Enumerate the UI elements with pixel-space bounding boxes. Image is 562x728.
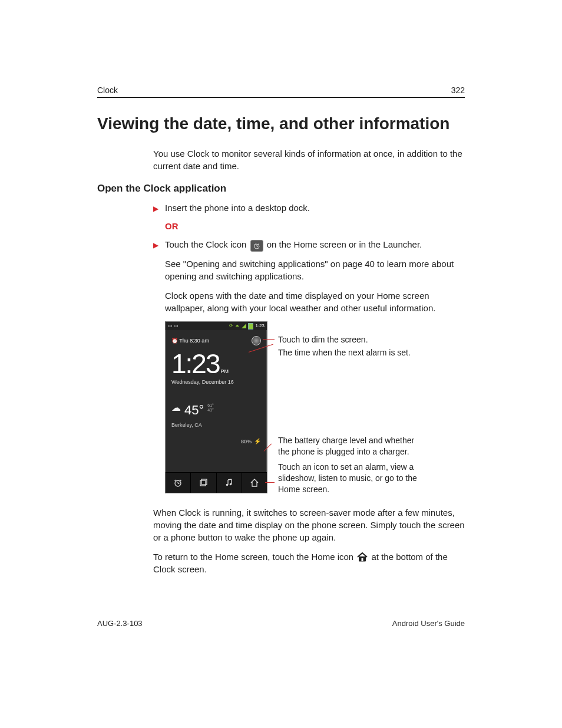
step-1-text: Insert the phone into a desktop dock. xyxy=(165,203,310,213)
plug-icon: ⚡ xyxy=(254,437,261,446)
status-right-icons: ⟳ ⏶ 1:23 xyxy=(229,322,265,329)
clock-ampm: PM xyxy=(221,368,229,374)
intro-paragraph: You use Clock to monitor several kinds o… xyxy=(153,147,465,172)
clock-date: Wednesday, December 16 xyxy=(166,377,267,394)
alarm-icon: ⏰ xyxy=(171,338,178,344)
battery-level-row: 80% ⚡ xyxy=(166,437,267,448)
callout-next-alarm: The time when the next alarm is set. xyxy=(278,347,411,358)
next-alarm-row: ⏰ Thu 8:30 am xyxy=(171,337,209,345)
running-header: Clock 322 xyxy=(97,85,465,98)
weather-lo: 43° xyxy=(207,408,214,412)
or-separator: OR xyxy=(165,220,465,232)
leader-line xyxy=(263,339,275,340)
weather-city: Berkeley, CA xyxy=(166,419,267,437)
callout-battery: The battery charge level and whether the… xyxy=(278,435,425,457)
clock-big-time: 1:23 xyxy=(171,348,220,379)
status-time: 1:23 xyxy=(255,322,265,329)
svg-point-4 xyxy=(226,484,228,486)
home-icon xyxy=(357,552,368,562)
weather-hi: 61° xyxy=(207,403,214,407)
weather-row: ☁ 45° 61° 43° xyxy=(166,394,267,420)
page-footer: AUG-2.3-103 Android User's Guide xyxy=(97,619,465,628)
footer-left: AUG-2.3-103 xyxy=(97,619,143,628)
return-home-pre: To return to the Home screen, touch the … xyxy=(153,552,356,562)
callout-bottom-icons: Touch an icon to set an alarm, view a sl… xyxy=(278,462,425,495)
status-bar: ▭ ▭ ⟳ ⏶ 1:23 xyxy=(166,322,267,330)
sync-icon: ⟳ xyxy=(229,322,233,329)
dim-screen-button[interactable] xyxy=(252,336,261,345)
battery-icon xyxy=(248,323,253,330)
header-page-number: 322 xyxy=(451,85,465,95)
signal-icon xyxy=(242,324,246,328)
music-button[interactable] xyxy=(217,473,242,493)
battery-percent: 80% xyxy=(241,438,252,446)
clock-bottom-bar xyxy=(166,472,267,493)
alarm-button[interactable] xyxy=(166,473,191,493)
paragraph-screen-saver: When Clock is running, it switches to sc… xyxy=(153,506,465,543)
home-button[interactable] xyxy=(242,473,267,493)
footer-right: Android User's Guide xyxy=(392,619,465,628)
svg-point-5 xyxy=(229,483,232,486)
status-left-icons: ▭ ▭ xyxy=(168,322,178,329)
phone-mockup: ▭ ▭ ⟳ ⏶ 1:23 ⏰ Thu 8:30 am xyxy=(165,321,267,493)
wifi-icon: ⏶ xyxy=(235,322,240,329)
paragraph-clock-opens: Clock opens with the date and time displ… xyxy=(165,289,465,314)
svg-rect-6 xyxy=(362,558,363,561)
clock-screenshot-figure: ▭ ▭ ⟳ ⏶ 1:23 ⏰ Thu 8:30 am xyxy=(165,321,465,498)
next-alarm-label: Thu 8:30 am xyxy=(179,338,209,344)
slideshow-button[interactable] xyxy=(191,473,216,493)
page-title: Viewing the date, time, and other inform… xyxy=(97,114,465,133)
callout-dim-screen: Touch to dim the screen. xyxy=(278,334,368,345)
step-1: ▶ Insert the phone into a desktop dock. xyxy=(153,202,465,214)
clock-app-icon xyxy=(250,240,263,252)
bullet-triangle-icon: ▶ xyxy=(153,204,158,214)
section-heading-open-clock: Open the Clock application xyxy=(97,183,465,195)
step-2: ▶ Touch the Clock icon on the Home scree… xyxy=(153,238,465,252)
weather-icon: ☁ xyxy=(171,401,181,414)
clock-time-display: 1:23PM xyxy=(166,348,267,377)
step-2-text-pre: Touch the Clock icon xyxy=(165,239,249,249)
leader-line xyxy=(265,482,275,483)
paragraph-return-home: To return to the Home screen, touch the … xyxy=(153,551,465,575)
bullet-triangle-icon: ▶ xyxy=(153,241,158,251)
header-section: Clock xyxy=(97,85,118,95)
paragraph-see-opening: See "Opening and switching applications"… xyxy=(165,258,465,282)
step-2-text-post: on the Home screen or in the Launcher. xyxy=(267,239,422,249)
weather-temp: 45° xyxy=(184,401,204,420)
